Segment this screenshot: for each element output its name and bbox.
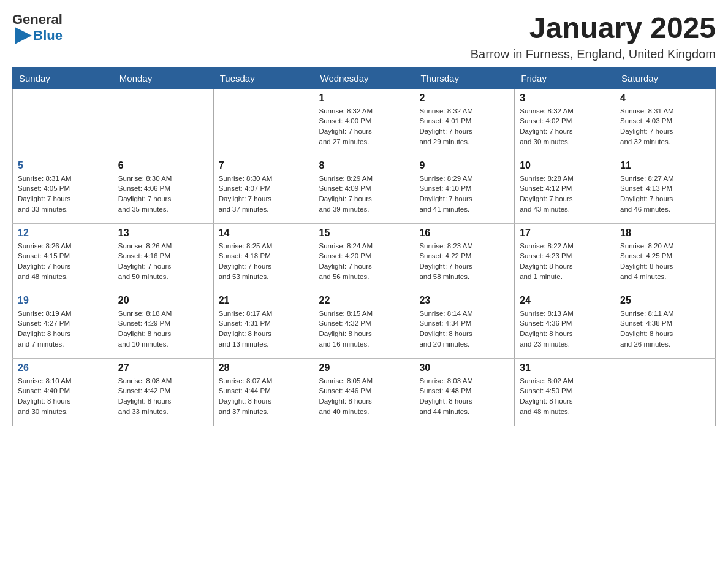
calendar-cell (213, 88, 314, 156)
calendar-header-row: SundayMondayTuesdayWednesdayThursdayFrid… (13, 67, 716, 88)
month-title: January 2025 (471, 12, 716, 45)
logo-general: General (12, 12, 63, 27)
calendar-cell (113, 88, 213, 156)
day-number: 28 (219, 362, 309, 373)
day-info: Sunrise: 8:32 AM Sunset: 4:02 PM Dayligh… (520, 106, 610, 147)
col-header-saturday: Saturday (615, 67, 716, 88)
calendar-cell: 12Sunrise: 8:26 AM Sunset: 4:15 PM Dayli… (13, 223, 113, 291)
day-info: Sunrise: 8:26 AM Sunset: 4:15 PM Dayligh… (18, 241, 108, 282)
calendar-cell: 27Sunrise: 8:08 AM Sunset: 4:42 PM Dayli… (113, 358, 213, 426)
calendar-cell: 14Sunrise: 8:25 AM Sunset: 4:18 PM Dayli… (213, 223, 314, 291)
day-number: 24 (520, 295, 610, 306)
day-number: 5 (18, 160, 108, 171)
day-info: Sunrise: 8:15 AM Sunset: 4:32 PM Dayligh… (319, 308, 409, 350)
day-info: Sunrise: 8:29 AM Sunset: 4:10 PM Dayligh… (419, 174, 509, 215)
col-header-sunday: Sunday (13, 67, 113, 88)
day-number: 23 (419, 295, 509, 306)
calendar-cell: 10Sunrise: 8:28 AM Sunset: 4:12 PM Dayli… (515, 156, 615, 223)
calendar-cell: 6Sunrise: 8:30 AM Sunset: 4:06 PM Daylig… (113, 156, 213, 223)
calendar-cell: 24Sunrise: 8:13 AM Sunset: 4:36 PM Dayli… (515, 291, 615, 358)
col-header-tuesday: Tuesday (213, 67, 314, 88)
day-number: 7 (219, 160, 309, 171)
day-number: 20 (118, 295, 208, 306)
col-header-thursday: Thursday (414, 67, 515, 88)
calendar-cell: 15Sunrise: 8:24 AM Sunset: 4:20 PM Dayli… (314, 223, 414, 291)
calendar-cell: 26Sunrise: 8:10 AM Sunset: 4:40 PM Dayli… (13, 358, 113, 426)
col-header-wednesday: Wednesday (314, 67, 414, 88)
day-info: Sunrise: 8:22 AM Sunset: 4:23 PM Dayligh… (520, 241, 610, 282)
day-number: 10 (520, 160, 610, 171)
logo-triangle-icon (15, 27, 32, 44)
page-header: General Blue January 2025 Barrow in Furn… (12, 12, 716, 61)
day-info: Sunrise: 8:31 AM Sunset: 4:05 PM Dayligh… (18, 174, 108, 215)
calendar-cell: 3Sunrise: 8:32 AM Sunset: 4:02 PM Daylig… (515, 88, 615, 156)
day-info: Sunrise: 8:17 AM Sunset: 4:31 PM Dayligh… (219, 308, 309, 350)
day-number: 26 (18, 362, 108, 373)
day-info: Sunrise: 8:02 AM Sunset: 4:50 PM Dayligh… (520, 376, 610, 417)
calendar-cell: 13Sunrise: 8:26 AM Sunset: 4:16 PM Dayli… (113, 223, 213, 291)
day-info: Sunrise: 8:10 AM Sunset: 4:40 PM Dayligh… (18, 376, 108, 417)
logo-blue: Blue (33, 28, 63, 43)
day-info: Sunrise: 8:05 AM Sunset: 4:46 PM Dayligh… (319, 376, 409, 417)
calendar-cell: 25Sunrise: 8:11 AM Sunset: 4:38 PM Dayli… (615, 291, 716, 358)
calendar-cell: 11Sunrise: 8:27 AM Sunset: 4:13 PM Dayli… (615, 156, 716, 223)
day-number: 21 (219, 295, 309, 306)
calendar-week-row: 5Sunrise: 8:31 AM Sunset: 4:05 PM Daylig… (13, 156, 716, 223)
day-number: 14 (219, 228, 309, 239)
day-info: Sunrise: 8:08 AM Sunset: 4:42 PM Dayligh… (118, 376, 208, 417)
day-number: 25 (620, 295, 710, 306)
svg-marker-0 (15, 27, 32, 44)
day-info: Sunrise: 8:24 AM Sunset: 4:20 PM Dayligh… (319, 241, 409, 282)
calendar-cell: 4Sunrise: 8:31 AM Sunset: 4:03 PM Daylig… (615, 88, 716, 156)
day-info: Sunrise: 8:32 AM Sunset: 4:00 PM Dayligh… (319, 106, 409, 147)
calendar-week-row: 12Sunrise: 8:26 AM Sunset: 4:15 PM Dayli… (13, 223, 716, 291)
calendar-week-row: 1Sunrise: 8:32 AM Sunset: 4:00 PM Daylig… (13, 88, 716, 156)
day-info: Sunrise: 8:26 AM Sunset: 4:16 PM Dayligh… (118, 241, 208, 282)
calendar-cell: 30Sunrise: 8:03 AM Sunset: 4:48 PM Dayli… (414, 358, 515, 426)
calendar-week-row: 19Sunrise: 8:19 AM Sunset: 4:27 PM Dayli… (13, 291, 716, 358)
day-number: 22 (319, 295, 409, 306)
day-number: 17 (520, 228, 610, 239)
col-header-friday: Friday (515, 67, 615, 88)
day-number: 3 (520, 93, 610, 104)
day-number: 29 (319, 362, 409, 373)
day-number: 4 (620, 93, 710, 104)
day-info: Sunrise: 8:19 AM Sunset: 4:27 PM Dayligh… (18, 308, 108, 350)
day-info: Sunrise: 8:31 AM Sunset: 4:03 PM Dayligh… (620, 106, 710, 147)
calendar-cell: 20Sunrise: 8:18 AM Sunset: 4:29 PM Dayli… (113, 291, 213, 358)
day-number: 1 (319, 93, 409, 104)
calendar-cell: 9Sunrise: 8:29 AM Sunset: 4:10 PM Daylig… (414, 156, 515, 223)
day-number: 13 (118, 228, 208, 239)
day-info: Sunrise: 8:13 AM Sunset: 4:36 PM Dayligh… (520, 308, 610, 350)
day-info: Sunrise: 8:23 AM Sunset: 4:22 PM Dayligh… (419, 241, 509, 282)
day-info: Sunrise: 8:03 AM Sunset: 4:48 PM Dayligh… (419, 376, 509, 417)
calendar-cell: 22Sunrise: 8:15 AM Sunset: 4:32 PM Dayli… (314, 291, 414, 358)
day-info: Sunrise: 8:20 AM Sunset: 4:25 PM Dayligh… (620, 241, 710, 282)
calendar-cell: 28Sunrise: 8:07 AM Sunset: 4:44 PM Dayli… (213, 358, 314, 426)
day-number: 12 (18, 228, 108, 239)
logo: General Blue (12, 12, 63, 44)
day-info: Sunrise: 8:27 AM Sunset: 4:13 PM Dayligh… (620, 174, 710, 215)
day-number: 15 (319, 228, 409, 239)
day-number: 11 (620, 160, 710, 171)
calendar-cell: 16Sunrise: 8:23 AM Sunset: 4:22 PM Dayli… (414, 223, 515, 291)
day-info: Sunrise: 8:28 AM Sunset: 4:12 PM Dayligh… (520, 174, 610, 215)
day-number: 30 (419, 362, 509, 373)
day-info: Sunrise: 8:14 AM Sunset: 4:34 PM Dayligh… (419, 308, 509, 350)
day-number: 16 (419, 228, 509, 239)
day-info: Sunrise: 8:30 AM Sunset: 4:07 PM Dayligh… (219, 174, 309, 215)
day-number: 6 (118, 160, 208, 171)
calendar-cell: 21Sunrise: 8:17 AM Sunset: 4:31 PM Dayli… (213, 291, 314, 358)
day-number: 19 (18, 295, 108, 306)
day-info: Sunrise: 8:32 AM Sunset: 4:01 PM Dayligh… (419, 106, 509, 147)
day-info: Sunrise: 8:18 AM Sunset: 4:29 PM Dayligh… (118, 308, 208, 350)
calendar-cell: 7Sunrise: 8:30 AM Sunset: 4:07 PM Daylig… (213, 156, 314, 223)
calendar-cell: 1Sunrise: 8:32 AM Sunset: 4:00 PM Daylig… (314, 88, 414, 156)
day-number: 27 (118, 362, 208, 373)
day-number: 8 (319, 160, 409, 171)
day-info: Sunrise: 8:30 AM Sunset: 4:06 PM Dayligh… (118, 174, 208, 215)
calendar-cell: 17Sunrise: 8:22 AM Sunset: 4:23 PM Dayli… (515, 223, 615, 291)
calendar-cell: 2Sunrise: 8:32 AM Sunset: 4:01 PM Daylig… (414, 88, 515, 156)
calendar-cell: 29Sunrise: 8:05 AM Sunset: 4:46 PM Dayli… (314, 358, 414, 426)
calendar-cell: 31Sunrise: 8:02 AM Sunset: 4:50 PM Dayli… (515, 358, 615, 426)
